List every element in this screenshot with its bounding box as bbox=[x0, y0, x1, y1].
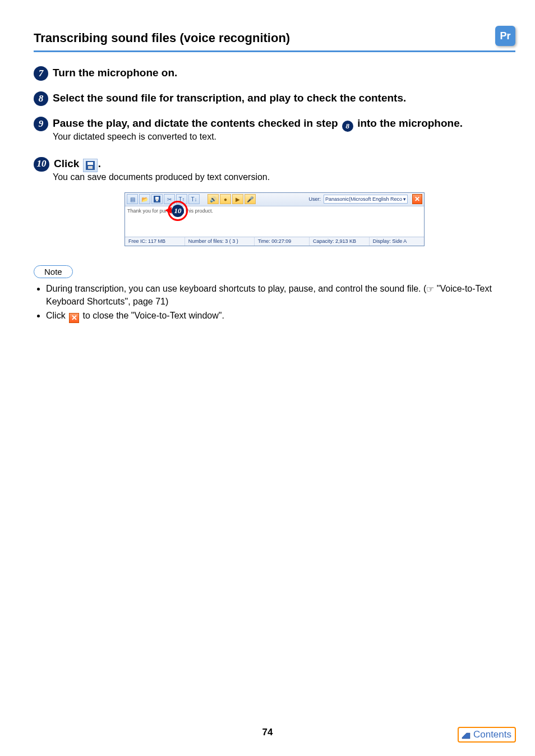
save-icon bbox=[83, 159, 98, 172]
step-9-text-b: into the microphone. bbox=[354, 117, 463, 129]
step-9-text-a: Pause the play, and dictate the contents… bbox=[53, 117, 341, 129]
step-10-text: Click . bbox=[54, 156, 515, 172]
note-2-b: to close the "Voice-to-Text window". bbox=[80, 311, 224, 320]
note-label: Note bbox=[34, 265, 73, 278]
save-toolbar-icon[interactable] bbox=[151, 194, 163, 204]
title-rule bbox=[34, 50, 515, 52]
reference-icon: ☞ bbox=[426, 283, 434, 296]
voice-to-text-window: ▤ 📂 ✂ T↑ T↓ 🔊 ● ▶ 🎤 User: Panasonic(Micr… bbox=[124, 192, 425, 246]
note-item-1: During transcription, you can use keyboa… bbox=[46, 283, 515, 308]
step-number-10: 10 bbox=[34, 157, 49, 172]
step-9-ref-num: 8 bbox=[342, 121, 353, 132]
step-8-text: Select the sound file for transcription,… bbox=[53, 91, 515, 105]
step-number-9: 9 bbox=[34, 117, 48, 131]
record-icon[interactable]: ● bbox=[220, 194, 231, 204]
font-down-icon[interactable]: T↓ bbox=[188, 194, 200, 204]
step-number-8: 8 bbox=[34, 91, 48, 106]
step-9-text: Pause the play, and dictate the contents… bbox=[53, 116, 515, 132]
user-select[interactable]: Panasonic(Microsoft English Reco ▾ bbox=[324, 195, 408, 204]
status-time: Time: 00:27:09 bbox=[255, 237, 310, 246]
callout-tail bbox=[165, 207, 172, 214]
note-list: During transcription, you can use keyboa… bbox=[37, 283, 515, 323]
page-title: Transcribing sound files (voice recognit… bbox=[34, 31, 290, 45]
user-select-value: Panasonic(Microsoft English Reco bbox=[325, 196, 402, 202]
new-doc-icon[interactable]: ▤ bbox=[127, 194, 138, 204]
close-icon: ✕ bbox=[69, 313, 79, 323]
play-icon[interactable]: ▶ bbox=[232, 194, 243, 204]
status-free: Free IC: 117 MB bbox=[125, 237, 185, 246]
step-8: 8 Select the sound file for transcriptio… bbox=[34, 91, 515, 106]
user-label: User: bbox=[308, 196, 321, 202]
step-9: 9 Pause the play, and dictate the conten… bbox=[34, 116, 515, 142]
page-number: 74 bbox=[0, 727, 535, 738]
step-7-text: Turn the microphone on. bbox=[53, 66, 515, 80]
status-bar: Free IC: 117 MB Number of files: 3 ( 3 )… bbox=[125, 237, 424, 246]
step-10-text-a: Click bbox=[54, 158, 82, 169]
status-display: Display: Side A bbox=[370, 237, 424, 246]
step-9-body: Your dictated speech is converted to tex… bbox=[53, 132, 515, 142]
status-files: Number of files: 3 ( 3 ) bbox=[185, 237, 255, 246]
note-item-2: Click ✕ to close the "Voice-to-Text wind… bbox=[46, 310, 515, 323]
step-number-7: 7 bbox=[34, 66, 48, 81]
step-10-body: You can save documents produced by text … bbox=[53, 172, 515, 182]
pr-badge: Pr bbox=[495, 26, 515, 46]
note-1-a: During transcription, you can use keyboa… bbox=[46, 284, 426, 293]
step-7: 7 Turn the microphone on. bbox=[34, 66, 515, 81]
speaker-icon[interactable]: 🔊 bbox=[207, 194, 219, 204]
callout-number: 10 bbox=[172, 205, 184, 217]
step-10-text-b: . bbox=[98, 158, 101, 169]
chevron-down-icon: ▾ bbox=[403, 196, 406, 202]
close-window-icon[interactable]: ✕ bbox=[412, 194, 422, 204]
status-capacity: Capacity: 2,913 KB bbox=[310, 237, 370, 246]
contents-button[interactable]: Contents bbox=[458, 727, 516, 743]
contents-label: Contents bbox=[473, 729, 511, 740]
open-icon[interactable]: 📂 bbox=[139, 194, 150, 204]
step-10: 10 Click . You can save documents produc… bbox=[34, 156, 515, 182]
mic-icon[interactable]: 🎤 bbox=[245, 194, 256, 204]
note-2-a: Click bbox=[46, 311, 68, 320]
contents-arrow-icon bbox=[461, 730, 472, 740]
callout-circle: 10 bbox=[168, 201, 188, 221]
